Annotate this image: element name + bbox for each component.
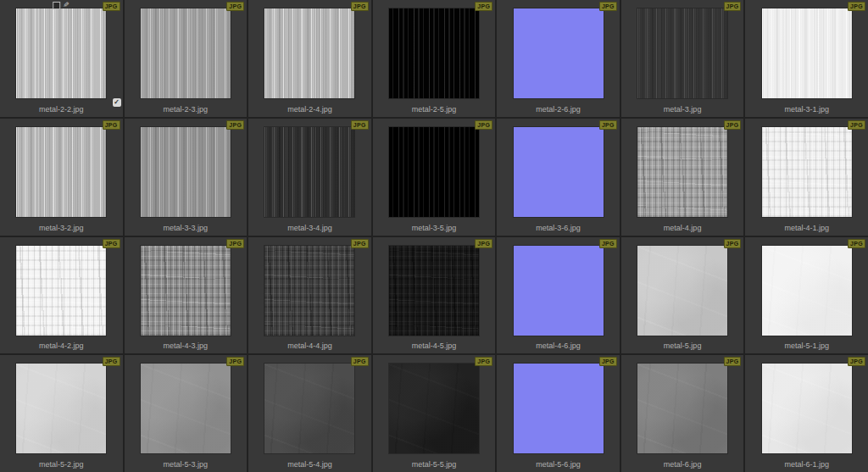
file-cell[interactable]: JPG metal-5-4.jpg xyxy=(248,355,371,472)
filename-label[interactable]: metal-4-1.jpg xyxy=(745,224,868,232)
filetype-badge: JPG xyxy=(103,239,120,248)
filename-label[interactable]: metal-3-1.jpg xyxy=(745,105,868,114)
file-cell[interactable]: JPG metal-3-4.jpg xyxy=(248,119,371,236)
filename-label[interactable]: metal-5-2.jpg xyxy=(0,460,123,469)
file-thumbnail[interactable] xyxy=(637,246,727,336)
filename-label[interactable]: metal-6-1.jpg xyxy=(745,460,868,469)
file-cell[interactable]: JPG metal-5-1.jpg xyxy=(745,237,868,354)
file-cell[interactable]: JPG metal-4.jpg xyxy=(621,119,744,236)
file-cell[interactable]: JPG metal-2-2.jpg ✎✓ xyxy=(0,0,123,117)
filetype-badge: JPG xyxy=(599,120,617,130)
filename-label[interactable]: metal-2-5.jpg xyxy=(373,105,496,114)
file-cell[interactable]: JPG metal-5-6.jpg xyxy=(497,355,620,472)
filetype-badge: JPG xyxy=(724,2,742,11)
file-thumbnail[interactable] xyxy=(264,8,354,98)
filetype-badge: JPG xyxy=(599,2,617,11)
filetype-badge: JPG xyxy=(226,239,244,248)
filename-label[interactable]: metal-5-5.jpg xyxy=(373,460,496,469)
filetype-badge: JPG xyxy=(103,120,120,130)
file-cell[interactable]: JPG metal-3-5.jpg xyxy=(373,119,496,236)
filetype-badge: JPG xyxy=(351,120,369,130)
filename-label[interactable]: metal-4-3.jpg xyxy=(125,342,248,350)
file-thumbnail[interactable] xyxy=(141,8,231,98)
file-cell[interactable]: JPG metal-5-2.jpg xyxy=(0,355,123,472)
file-cell[interactable]: JPG metal-3-1.jpg xyxy=(745,0,868,117)
file-cell[interactable]: JPG metal-2-6.jpg xyxy=(497,0,620,117)
filename-label[interactable]: metal-5-1.jpg xyxy=(745,342,868,350)
file-thumbnail[interactable] xyxy=(514,127,604,217)
filename-label[interactable]: metal-4.jpg xyxy=(621,224,744,232)
file-cell[interactable]: JPG metal-5.jpg xyxy=(621,237,744,354)
file-thumbnail[interactable] xyxy=(637,8,727,98)
file-cell[interactable]: JPG metal-3-6.jpg xyxy=(497,119,620,236)
filename-label[interactable]: metal-4-4.jpg xyxy=(248,342,371,350)
filename-label[interactable]: metal-2-3.jpg xyxy=(125,105,248,114)
file-cell[interactable]: JPG metal-4-6.jpg xyxy=(497,237,620,354)
filetype-badge: JPG xyxy=(103,2,120,11)
file-cell[interactable]: JPG metal-6-1.jpg xyxy=(745,355,868,472)
file-thumbnail[interactable] xyxy=(762,246,852,336)
filename-label[interactable]: metal-3-3.jpg xyxy=(125,224,248,232)
filetype-badge: JPG xyxy=(351,357,369,366)
file-cell[interactable]: JPG metal-4-2.jpg xyxy=(0,237,123,354)
filename-label[interactable]: metal-4-2.jpg xyxy=(0,342,123,350)
filename-label[interactable]: metal-5-6.jpg xyxy=(497,460,620,469)
file-cell[interactable]: JPG metal-4-5.jpg xyxy=(373,237,496,354)
file-thumbnail[interactable] xyxy=(16,127,106,217)
file-thumbnail[interactable] xyxy=(514,364,604,453)
file-thumbnail[interactable] xyxy=(264,246,354,336)
file-thumbnail[interactable] xyxy=(141,246,231,336)
file-cell[interactable]: JPG metal-2-3.jpg xyxy=(125,0,248,117)
file-cell[interactable]: JPG metal-2-4.jpg xyxy=(248,0,371,117)
filename-label[interactable]: metal-2-6.jpg xyxy=(497,105,620,114)
file-thumbnail[interactable] xyxy=(637,127,727,217)
filename-label[interactable]: metal-3.jpg xyxy=(621,105,744,114)
file-cell[interactable]: JPG metal-4-3.jpg xyxy=(125,237,248,354)
file-thumbnail[interactable] xyxy=(637,364,727,453)
file-thumbnail[interactable] xyxy=(264,127,354,217)
file-thumbnail[interactable] xyxy=(16,8,106,98)
file-thumbnail[interactable] xyxy=(389,364,479,453)
selected-checkbox-icon[interactable]: ✓ xyxy=(113,98,121,107)
file-thumbnail[interactable] xyxy=(16,364,106,453)
file-thumbnail[interactable] xyxy=(762,8,852,98)
file-thumbnail[interactable] xyxy=(389,8,479,98)
file-thumbnail[interactable] xyxy=(389,246,479,336)
file-thumbnail[interactable] xyxy=(16,246,106,336)
file-thumbnail[interactable] xyxy=(514,246,604,336)
filename-label[interactable]: metal-2-4.jpg xyxy=(248,105,371,114)
file-thumbnail[interactable] xyxy=(762,364,852,453)
file-cell[interactable]: JPG metal-3.jpg xyxy=(621,0,744,117)
file-thumbnail[interactable] xyxy=(264,364,354,453)
filetype-badge: JPG xyxy=(226,357,244,366)
filetype-badge: JPG xyxy=(475,239,492,248)
file-cell[interactable]: JPG metal-2-5.jpg xyxy=(373,0,496,117)
filename-label[interactable]: metal-3-6.jpg xyxy=(497,224,620,232)
filename-label[interactable]: metal-2-2.jpg xyxy=(0,105,123,114)
file-cell[interactable]: JPG metal-6.jpg xyxy=(621,355,744,472)
filename-label[interactable]: metal-4-5.jpg xyxy=(373,342,496,350)
filetype-badge: JPG xyxy=(724,120,742,130)
filename-label[interactable]: metal-3-2.jpg xyxy=(0,224,123,232)
thumbnail-status-icons: ✎ xyxy=(53,1,70,10)
filename-label[interactable]: metal-5.jpg xyxy=(621,342,744,350)
file-thumbnail[interactable] xyxy=(514,8,604,98)
filetype-badge: JPG xyxy=(599,357,617,366)
file-thumbnail[interactable] xyxy=(141,364,231,453)
file-thumbnail[interactable] xyxy=(141,127,231,217)
filename-label[interactable]: metal-6.jpg xyxy=(621,460,744,469)
file-cell[interactable]: JPG metal-5-5.jpg xyxy=(373,355,496,472)
filename-label[interactable]: metal-4-6.jpg xyxy=(497,342,620,350)
file-thumbnail[interactable] xyxy=(389,127,479,217)
file-cell[interactable]: JPG metal-4-4.jpg xyxy=(248,237,371,354)
file-thumbnail[interactable] xyxy=(762,127,852,217)
filename-label[interactable]: metal-3-4.jpg xyxy=(248,224,371,232)
file-cell[interactable]: JPG metal-4-1.jpg xyxy=(745,119,868,236)
filename-label[interactable]: metal-5-4.jpg xyxy=(248,460,371,469)
file-cell[interactable]: JPG metal-5-3.jpg xyxy=(125,355,248,472)
filename-label[interactable]: metal-5-3.jpg xyxy=(125,460,248,469)
file-cell[interactable]: JPG metal-3-2.jpg xyxy=(0,119,123,236)
filename-label[interactable]: metal-3-5.jpg xyxy=(373,224,496,232)
file-cell[interactable]: JPG metal-3-3.jpg xyxy=(125,119,248,236)
filetype-badge: JPG xyxy=(724,239,742,248)
